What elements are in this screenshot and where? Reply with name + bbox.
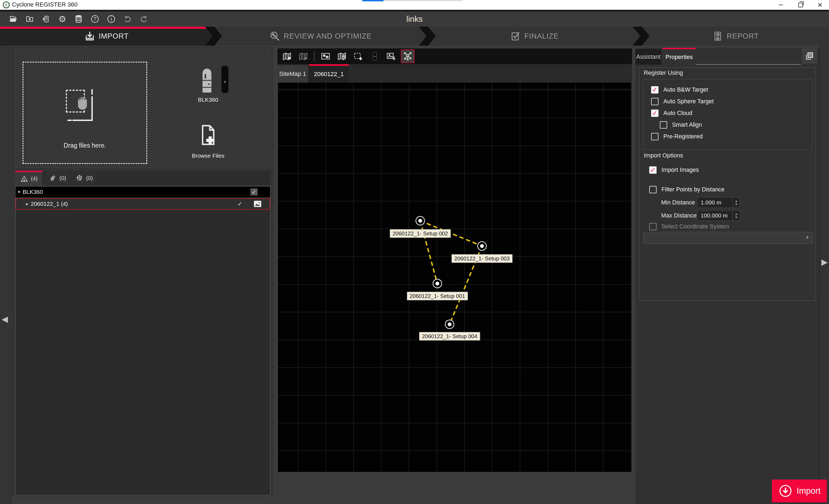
close-project-icon[interactable] xyxy=(25,13,35,25)
checkbox[interactable]: ✓ xyxy=(651,133,658,140)
setup-node-label[interactable]: 2060122_1- Setup 002 xyxy=(390,229,451,238)
progress-indicator-track xyxy=(384,0,462,1)
tab-dataset[interactable]: 2060122_1 xyxy=(309,64,349,83)
workflow-step-finalize[interactable]: FINALIZE xyxy=(428,27,640,46)
max-distance-input[interactable]: 100.000 m ▲▼ xyxy=(697,210,740,221)
checkbox[interactable]: ✓ xyxy=(649,223,656,230)
tree-row-root[interactable]: ▾ BLK360 ✓ xyxy=(15,187,270,197)
info-icon[interactable]: i xyxy=(106,13,116,25)
workflow-step-report[interactable]: REPORT xyxy=(642,27,829,46)
option-select-coordinate-system[interactable]: ✓ Select Coordinate System xyxy=(649,222,729,231)
collapse-left-panel-icon[interactable]: ◀ xyxy=(2,314,8,324)
dataset-image-icon[interactable] xyxy=(253,200,262,208)
option-label: Select Coordinate System xyxy=(661,223,729,230)
import-button[interactable]: Import xyxy=(772,479,827,502)
option-auto-cloud[interactable]: ✓ Auto Cloud xyxy=(651,109,692,117)
tree-child-label: 2060122_1 (4) xyxy=(31,201,68,207)
tab-count: (4) xyxy=(31,176,38,182)
tab-assistant[interactable]: Assistant xyxy=(635,49,661,65)
option-smart-align[interactable]: ✓ Smart Align xyxy=(660,120,702,129)
min-distance-label: Min Distance xyxy=(661,199,695,206)
setup-node[interactable] xyxy=(445,320,454,329)
sitemap-location-button[interactable] xyxy=(336,50,348,63)
import-sources-section: Drag files here. ▼ BLK360 Browse Files xyxy=(15,48,271,167)
sitemap-graph xyxy=(278,83,632,472)
checkbox[interactable]: ✓ xyxy=(651,86,658,93)
checkbox[interactable]: ✓ xyxy=(649,166,656,174)
remove-sitemap-button[interactable] xyxy=(297,50,310,63)
sitemap-canvas[interactable]: 2060122_1- Setup 0022060122_1- Setup 003… xyxy=(278,83,632,472)
checkbox[interactable]: ✓ xyxy=(651,110,658,117)
tab-warnings[interactable]: (4) xyxy=(15,171,42,185)
redo-icon[interactable] xyxy=(139,13,149,25)
import-list-tabs: (4) (0) (0) xyxy=(15,171,270,185)
setup-node[interactable] xyxy=(433,279,442,288)
option-label: Auto B&W Target xyxy=(663,86,708,93)
max-distance-value[interactable]: 100.000 m xyxy=(697,212,732,219)
database-icon[interactable] xyxy=(73,13,84,25)
workflow-step-label: FINALIZE xyxy=(525,32,559,40)
tab-sitemap-1[interactable]: SiteMap 1 xyxy=(278,65,308,83)
settings-gear-icon[interactable]: ⚙ xyxy=(57,13,67,25)
workflow-step-import[interactable]: IMPORT xyxy=(0,27,213,46)
checkbox[interactable]: ✓ xyxy=(660,121,667,128)
coordinate-system-dropdown[interactable]: ▼ xyxy=(643,232,813,244)
tab-label: 2060122_1 xyxy=(314,71,344,78)
root-checkbox[interactable]: ✓ xyxy=(251,188,258,195)
spinner-arrows[interactable]: ▲▼ xyxy=(732,210,740,221)
min-distance-value[interactable]: 1.000 m xyxy=(697,199,732,206)
dataset-check-icon[interactable]: ✓ xyxy=(238,201,242,207)
open-project-icon[interactable] xyxy=(8,13,19,25)
expand-icon[interactable]: ▸ xyxy=(24,201,31,207)
workflow-step-review-and-optimize[interactable]: REVIEW AND OPTIMIZE xyxy=(214,27,427,46)
device-panel-icon[interactable] xyxy=(41,13,51,25)
help-icon[interactable]: ? xyxy=(90,13,100,25)
expand-right-panel-icon[interactable]: ▶ xyxy=(821,257,828,267)
selection-add-button[interactable] xyxy=(352,50,364,63)
layout-windows-icon[interactable] xyxy=(802,48,817,64)
drop-zone[interactable]: Drag files here. xyxy=(23,62,147,164)
setup-node-label[interactable]: 2060122_1- Setup 004 xyxy=(419,332,480,341)
main-toolbar: ⚙ ? i xyxy=(0,11,829,27)
opacity-slider[interactable] xyxy=(368,50,381,63)
tree-row-dataset[interactable]: ▸ 2060122_1 (4) ✓ xyxy=(15,198,270,209)
close-button[interactable]: × xyxy=(812,0,828,10)
min-distance-input[interactable]: 1.000 m ▲▼ xyxy=(697,197,740,208)
checkbox[interactable]: ✓ xyxy=(651,98,658,105)
blk360-scanner-icon[interactable] xyxy=(200,68,215,94)
image-export-button[interactable] xyxy=(385,50,397,63)
setup-node-label[interactable]: 2060122_1- Setup 003 xyxy=(452,255,512,263)
application-window: Cyclone REGISTER 360 × ⚙ ? xyxy=(0,0,829,504)
tab-count: (0) xyxy=(60,175,66,181)
checkbox[interactable]: ✓ xyxy=(649,186,656,193)
blk360-source-label: BLK360 xyxy=(178,96,238,103)
option-auto-sphere-target[interactable]: ✓ Auto Sphere Target xyxy=(651,97,714,106)
register-using-title: Register Using xyxy=(644,69,683,76)
setup-node[interactable] xyxy=(416,217,425,225)
collapse-icon[interactable]: ▾ xyxy=(15,189,23,195)
option-label: Smart Align xyxy=(672,121,702,128)
toolbar-separator xyxy=(314,51,315,62)
tab-attachments[interactable]: (0) xyxy=(45,171,70,185)
option-import-images[interactable]: ✓ Import Images xyxy=(649,165,699,174)
browse-files-label[interactable]: Browse Files xyxy=(178,153,238,159)
links-mode-button[interactable] xyxy=(401,49,414,63)
geo-image-button[interactable] xyxy=(319,50,332,63)
option-auto-bw-target[interactable]: ✓ Auto B&W Target xyxy=(651,85,708,94)
tab-bundles[interactable]: (0) xyxy=(71,171,97,185)
undo-icon[interactable] xyxy=(122,13,133,25)
setup-node-label[interactable]: 2060122_1- Setup 001 xyxy=(407,292,468,300)
spinner-arrows[interactable]: ▲▼ xyxy=(732,197,740,208)
workflow-step-label: REPORT xyxy=(727,32,759,40)
setup-node[interactable] xyxy=(478,242,486,250)
browse-files-icon[interactable] xyxy=(198,124,217,149)
add-sitemap-button[interactable] xyxy=(281,50,293,63)
minimize-button[interactable] xyxy=(772,0,789,10)
tab-properties[interactable]: Properties xyxy=(662,48,696,65)
register-using-group: ✓ Auto B&W Target ✓ Auto Sphere Target ✓… xyxy=(643,79,813,150)
option-pre-registered[interactable]: ✓ Pre-Registered xyxy=(651,132,703,141)
option-filter-points[interactable]: ✓ Filter Points by Distance xyxy=(649,185,725,194)
restore-button[interactable] xyxy=(792,0,809,10)
option-label: Filter Points by Distance xyxy=(661,186,725,193)
scanner-option-slider[interactable]: ▼ xyxy=(221,66,229,93)
